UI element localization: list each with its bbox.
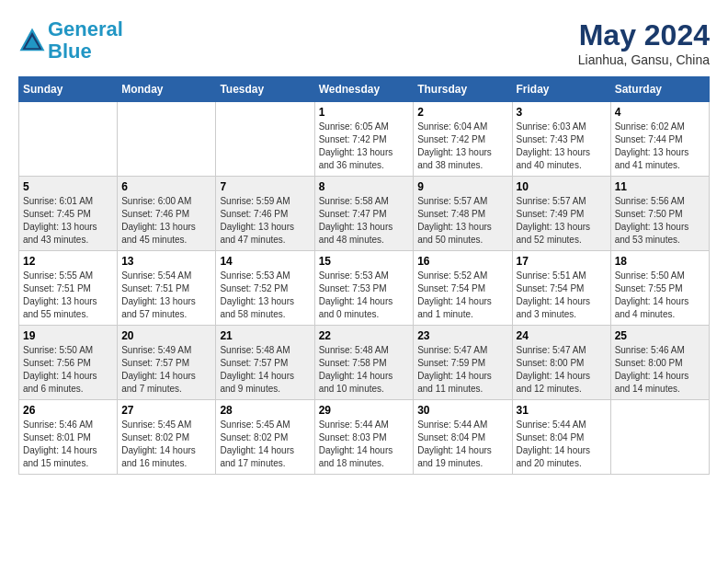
calendar-cell: 3Sunrise: 6:03 AM Sunset: 7:43 PM Daylig… <box>512 102 610 177</box>
day-number: 3 <box>517 106 607 119</box>
day-number: 17 <box>517 255 607 268</box>
day-number: 12 <box>23 255 113 268</box>
calendar-cell: 10Sunrise: 5:57 AM Sunset: 7:49 PM Dayli… <box>512 177 610 251</box>
day-info: Sunrise: 5:50 AM Sunset: 7:56 PM Dayligh… <box>23 344 113 396</box>
day-number: 18 <box>615 255 705 268</box>
day-number: 22 <box>319 329 410 342</box>
day-info: Sunrise: 5:44 AM Sunset: 8:03 PM Dayligh… <box>319 419 410 470</box>
day-info: Sunrise: 6:02 AM Sunset: 7:44 PM Dayligh… <box>615 121 705 172</box>
day-info: Sunrise: 5:48 AM Sunset: 7:57 PM Dayligh… <box>220 344 310 396</box>
day-number: 20 <box>121 329 211 342</box>
calendar-day-header: Thursday <box>414 77 512 102</box>
calendar-cell: 4Sunrise: 6:02 AM Sunset: 7:44 PM Daylig… <box>610 102 709 177</box>
day-info: Sunrise: 5:54 AM Sunset: 7:51 PM Dayligh… <box>121 270 211 321</box>
calendar-day-header: Sunday <box>19 77 118 102</box>
calendar-cell: 29Sunrise: 5:44 AM Sunset: 8:03 PM Dayli… <box>314 400 414 475</box>
day-info: Sunrise: 5:44 AM Sunset: 8:04 PM Dayligh… <box>517 419 607 470</box>
day-number: 4 <box>615 106 705 119</box>
calendar-day-header: Monday <box>118 77 216 102</box>
logo: General Blue <box>18 18 123 63</box>
calendar-cell: 9Sunrise: 5:57 AM Sunset: 7:48 PM Daylig… <box>414 177 512 251</box>
calendar-cell: 27Sunrise: 5:45 AM Sunset: 8:02 PM Dayli… <box>118 400 216 475</box>
calendar-cell: 13Sunrise: 5:54 AM Sunset: 7:51 PM Dayli… <box>118 251 216 326</box>
day-info: Sunrise: 5:53 AM Sunset: 7:53 PM Dayligh… <box>319 270 410 321</box>
calendar-cell: 15Sunrise: 5:53 AM Sunset: 7:53 PM Dayli… <box>314 251 414 326</box>
calendar-cell: 18Sunrise: 5:50 AM Sunset: 7:55 PM Dayli… <box>610 251 709 326</box>
calendar-week-row: 5Sunrise: 6:01 AM Sunset: 7:45 PM Daylig… <box>19 177 710 251</box>
day-info: Sunrise: 5:47 AM Sunset: 7:59 PM Dayligh… <box>417 344 507 396</box>
day-info: Sunrise: 5:46 AM Sunset: 8:00 PM Dayligh… <box>615 344 705 396</box>
day-info: Sunrise: 5:44 AM Sunset: 8:04 PM Dayligh… <box>417 419 507 470</box>
logo-icon <box>18 27 46 54</box>
calendar-cell <box>610 400 709 475</box>
day-number: 7 <box>220 180 310 193</box>
calendar-week-row: 26Sunrise: 5:46 AM Sunset: 8:01 PM Dayli… <box>19 400 710 475</box>
day-number: 26 <box>23 404 113 417</box>
day-info: Sunrise: 5:47 AM Sunset: 8:00 PM Dayligh… <box>517 344 607 396</box>
calendar-cell: 20Sunrise: 5:49 AM Sunset: 7:57 PM Dayli… <box>118 326 216 400</box>
day-number: 25 <box>615 329 705 342</box>
day-info: Sunrise: 5:48 AM Sunset: 7:58 PM Dayligh… <box>319 344 410 396</box>
day-number: 8 <box>319 180 410 193</box>
day-number: 9 <box>417 180 507 193</box>
day-number: 29 <box>319 404 410 417</box>
calendar-cell: 6Sunrise: 6:00 AM Sunset: 7:46 PM Daylig… <box>118 177 216 251</box>
calendar-header-row: SundayMondayTuesdayWednesdayThursdayFrid… <box>19 77 710 102</box>
main-title: May 2024 <box>578 18 710 52</box>
calendar-cell: 22Sunrise: 5:48 AM Sunset: 7:58 PM Dayli… <box>314 326 414 400</box>
calendar-day-header: Friday <box>512 77 610 102</box>
calendar-week-row: 12Sunrise: 5:55 AM Sunset: 7:51 PM Dayli… <box>19 251 710 326</box>
calendar-cell: 19Sunrise: 5:50 AM Sunset: 7:56 PM Dayli… <box>19 326 118 400</box>
calendar-cell: 30Sunrise: 5:44 AM Sunset: 8:04 PM Dayli… <box>414 400 512 475</box>
day-info: Sunrise: 5:57 AM Sunset: 7:49 PM Dayligh… <box>517 195 607 247</box>
day-info: Sunrise: 5:51 AM Sunset: 7:54 PM Dayligh… <box>517 270 607 321</box>
calendar-cell: 26Sunrise: 5:46 AM Sunset: 8:01 PM Dayli… <box>19 400 118 475</box>
day-info: Sunrise: 5:45 AM Sunset: 8:02 PM Dayligh… <box>220 419 310 470</box>
day-number: 28 <box>220 404 310 417</box>
day-info: Sunrise: 5:58 AM Sunset: 7:47 PM Dayligh… <box>319 195 410 247</box>
day-number: 1 <box>319 106 410 119</box>
day-number: 21 <box>220 329 310 342</box>
calendar-cell: 28Sunrise: 5:45 AM Sunset: 8:02 PM Dayli… <box>216 400 314 475</box>
day-number: 30 <box>417 404 507 417</box>
day-info: Sunrise: 5:57 AM Sunset: 7:48 PM Dayligh… <box>417 195 507 247</box>
subtitle: Lianhua, Gansu, China <box>578 52 710 67</box>
calendar-day-header: Tuesday <box>216 77 314 102</box>
page-header: General Blue May 2024 Lianhua, Gansu, Ch… <box>18 18 710 67</box>
calendar-cell: 1Sunrise: 6:05 AM Sunset: 7:42 PM Daylig… <box>314 102 414 177</box>
day-number: 31 <box>517 404 607 417</box>
day-number: 27 <box>121 404 211 417</box>
calendar-cell: 21Sunrise: 5:48 AM Sunset: 7:57 PM Dayli… <box>216 326 314 400</box>
calendar-week-row: 1Sunrise: 6:05 AM Sunset: 7:42 PM Daylig… <box>19 102 710 177</box>
calendar-cell: 17Sunrise: 5:51 AM Sunset: 7:54 PM Dayli… <box>512 251 610 326</box>
calendar-cell: 7Sunrise: 5:59 AM Sunset: 7:46 PM Daylig… <box>216 177 314 251</box>
day-info: Sunrise: 5:52 AM Sunset: 7:54 PM Dayligh… <box>417 270 507 321</box>
day-number: 15 <box>319 255 410 268</box>
calendar-cell: 25Sunrise: 5:46 AM Sunset: 8:00 PM Dayli… <box>610 326 709 400</box>
day-number: 6 <box>121 180 211 193</box>
calendar-cell: 16Sunrise: 5:52 AM Sunset: 7:54 PM Dayli… <box>414 251 512 326</box>
day-info: Sunrise: 6:03 AM Sunset: 7:43 PM Dayligh… <box>517 121 607 172</box>
day-info: Sunrise: 5:45 AM Sunset: 8:02 PM Dayligh… <box>121 419 211 470</box>
calendar-cell: 24Sunrise: 5:47 AM Sunset: 8:00 PM Dayli… <box>512 326 610 400</box>
calendar-day-header: Wednesday <box>314 77 414 102</box>
day-info: Sunrise: 6:01 AM Sunset: 7:45 PM Dayligh… <box>23 195 113 247</box>
day-number: 24 <box>517 329 607 342</box>
day-number: 23 <box>417 329 507 342</box>
calendar-cell: 2Sunrise: 6:04 AM Sunset: 7:42 PM Daylig… <box>414 102 512 177</box>
calendar-cell: 31Sunrise: 5:44 AM Sunset: 8:04 PM Dayli… <box>512 400 610 475</box>
calendar-week-row: 19Sunrise: 5:50 AM Sunset: 7:56 PM Dayli… <box>19 326 710 400</box>
calendar-day-header: Saturday <box>610 77 709 102</box>
day-info: Sunrise: 5:55 AM Sunset: 7:51 PM Dayligh… <box>23 270 113 321</box>
day-number: 19 <box>23 329 113 342</box>
title-area: May 2024 Lianhua, Gansu, China <box>578 18 710 67</box>
day-info: Sunrise: 5:53 AM Sunset: 7:52 PM Dayligh… <box>220 270 310 321</box>
calendar-cell: 23Sunrise: 5:47 AM Sunset: 7:59 PM Dayli… <box>414 326 512 400</box>
calendar-cell <box>19 102 118 177</box>
calendar-cell: 5Sunrise: 6:01 AM Sunset: 7:45 PM Daylig… <box>19 177 118 251</box>
day-info: Sunrise: 5:56 AM Sunset: 7:50 PM Dayligh… <box>615 195 705 247</box>
day-info: Sunrise: 5:50 AM Sunset: 7:55 PM Dayligh… <box>615 270 705 321</box>
calendar-cell: 8Sunrise: 5:58 AM Sunset: 7:47 PM Daylig… <box>314 177 414 251</box>
day-info: Sunrise: 5:59 AM Sunset: 7:46 PM Dayligh… <box>220 195 310 247</box>
calendar-table: SundayMondayTuesdayWednesdayThursdayFrid… <box>18 76 710 475</box>
